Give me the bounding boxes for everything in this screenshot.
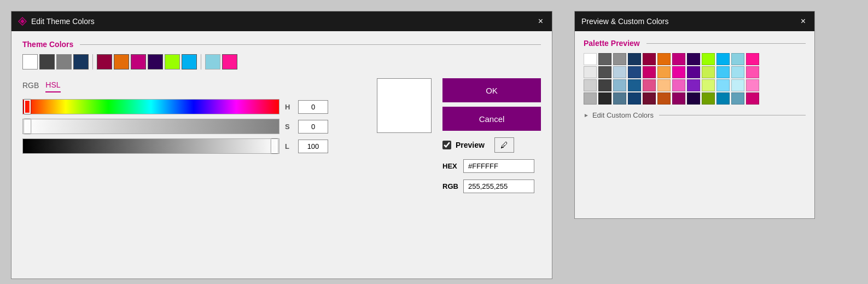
- palette-cell[interactable]: [716, 53, 730, 65]
- palette-cell[interactable]: [613, 66, 626, 78]
- palette-cell[interactable]: [687, 66, 700, 78]
- palette-col-6: [672, 53, 685, 105]
- palette-grid: [584, 53, 806, 105]
- palette-cell[interactable]: [716, 92, 730, 105]
- palette-cell[interactable]: [731, 92, 744, 105]
- swatch-lime[interactable]: [165, 54, 180, 69]
- palette-cell[interactable]: [598, 66, 611, 78]
- edit-custom-colors-row[interactable]: ► Edit Custom Colors: [584, 111, 806, 119]
- palette-cell[interactable]: [672, 92, 685, 105]
- palette-cell[interactable]: [657, 79, 671, 91]
- palette-cell[interactable]: [643, 66, 656, 78]
- palette-cell[interactable]: [613, 53, 626, 65]
- palette-cell[interactable]: [746, 66, 759, 78]
- edit-theme-colors-dialog: Edit Theme Colors × Theme Colors: [11, 11, 552, 279]
- palette-col-7: [687, 53, 700, 105]
- palette-cell[interactable]: [702, 66, 715, 78]
- palette-cell[interactable]: [598, 53, 611, 65]
- palette-cell[interactable]: [687, 53, 700, 65]
- palette-cell[interactable]: [702, 92, 715, 105]
- swatch-gray[interactable]: [56, 54, 72, 69]
- palette-col-8: [702, 53, 715, 105]
- palette-cell[interactable]: [716, 79, 730, 91]
- palette-col-10: [731, 53, 744, 105]
- palette-cell[interactable]: [613, 92, 626, 105]
- palette-cell[interactable]: [746, 53, 759, 65]
- palette-cell[interactable]: [657, 66, 671, 78]
- swatch-purple[interactable]: [148, 54, 163, 69]
- diamond-icon: [18, 17, 27, 26]
- palette-cell[interactable]: [672, 66, 685, 78]
- eyedropper-button[interactable]: 🖊: [494, 137, 514, 153]
- sat-slider[interactable]: [22, 119, 279, 134]
- palette-cell[interactable]: [584, 79, 597, 91]
- tab-hsl[interactable]: HSL: [45, 78, 60, 92]
- eyedropper-icon: 🖊: [500, 141, 508, 149]
- palette-cell[interactable]: [598, 79, 611, 91]
- edit-custom-label: Edit Custom Colors: [592, 111, 654, 119]
- palette-cell[interactable]: [628, 79, 641, 91]
- palette-cell[interactable]: [628, 66, 641, 78]
- swatch-pink[interactable]: [131, 54, 146, 69]
- swatch-light-cyan[interactable]: [205, 54, 220, 69]
- swatch-divider-2: [201, 54, 201, 69]
- palette-cell[interactable]: [731, 79, 744, 91]
- palette-col-1: [598, 53, 611, 105]
- palette-cell[interactable]: [657, 53, 671, 65]
- palette-cell[interactable]: [657, 92, 671, 105]
- hue-slider[interactable]: [22, 99, 279, 114]
- swatch-dark[interactable]: [39, 54, 55, 69]
- palette-cell[interactable]: [687, 79, 700, 91]
- rgb-input[interactable]: [463, 179, 534, 193]
- palette-cell[interactable]: [746, 92, 759, 105]
- palette-cell[interactable]: [746, 79, 759, 91]
- swatch-white[interactable]: [22, 54, 38, 69]
- hue-slider-row: H: [22, 99, 366, 114]
- palette-cell[interactable]: [584, 92, 597, 105]
- palette-cell[interactable]: [628, 92, 641, 105]
- palette-cell[interactable]: [702, 53, 715, 65]
- light-slider[interactable]: [22, 138, 279, 154]
- swatch-cyan[interactable]: [182, 54, 197, 69]
- tab-rgb[interactable]: RGB: [22, 78, 39, 92]
- palette-cell[interactable]: [672, 79, 685, 91]
- palette-cell[interactable]: [643, 92, 656, 105]
- swatch-maroon[interactable]: [97, 54, 112, 69]
- preview-custom-colors-panel: Preview & Custom Colors × Palette Previe…: [574, 11, 815, 219]
- hex-input[interactable]: [463, 159, 534, 173]
- ok-button[interactable]: OK: [442, 78, 541, 102]
- swatch-hot-pink[interactable]: [222, 54, 237, 69]
- rgb-row: RGB: [442, 179, 541, 193]
- l-value-input[interactable]: [298, 140, 328, 153]
- dialog-close-button[interactable]: ×: [536, 16, 545, 27]
- swatch-navy[interactable]: [73, 54, 89, 69]
- palette-cell[interactable]: [731, 66, 744, 78]
- l-label: L: [285, 142, 293, 150]
- h-value-input[interactable]: [298, 100, 328, 114]
- palette-cell[interactable]: [584, 53, 597, 65]
- palette-cell[interactable]: [672, 53, 685, 65]
- palette-cell[interactable]: [643, 53, 656, 65]
- light-slider-row: L: [22, 138, 366, 154]
- palette-cell[interactable]: [702, 79, 715, 91]
- palette-cell[interactable]: [716, 66, 730, 78]
- hue-thumb[interactable]: [24, 100, 31, 114]
- palette-cell[interactable]: [598, 92, 611, 105]
- palette-cell[interactable]: [687, 92, 700, 105]
- dialog-title: Edit Theme Colors: [31, 17, 95, 26]
- cancel-button[interactable]: Cancel: [442, 107, 541, 131]
- s-label: S: [285, 123, 293, 131]
- palette-cell[interactable]: [613, 79, 626, 91]
- light-thumb[interactable]: [271, 139, 278, 153]
- sat-thumb[interactable]: [24, 119, 31, 134]
- palette-cell[interactable]: [643, 79, 656, 91]
- swatch-orange[interactable]: [114, 54, 129, 69]
- palette-cell[interactable]: [731, 53, 744, 65]
- preview-close-button[interactable]: ×: [799, 16, 808, 27]
- s-value-input[interactable]: [298, 120, 328, 134]
- preview-checkbox[interactable]: [442, 141, 451, 149]
- palette-cell[interactable]: [628, 53, 641, 65]
- preview-body: Palette Preview ► Edit Custom Colors: [575, 31, 814, 127]
- palette-cell[interactable]: [584, 66, 597, 78]
- hue-gradient: [23, 100, 279, 114]
